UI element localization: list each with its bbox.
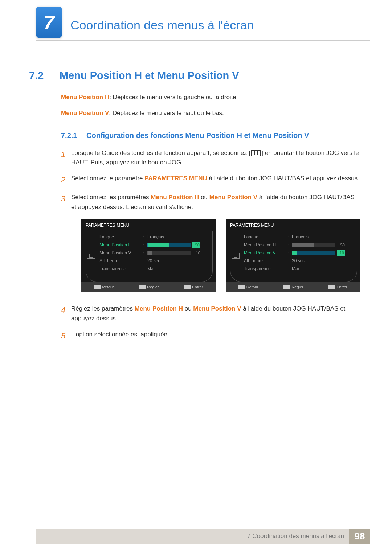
adjust-icon [283, 285, 290, 289]
osd-panel-h: PARAMETRES MENU Langue:Français Menu Pos… [81, 219, 216, 292]
osd-title: PARAMETRES MENU [81, 219, 216, 231]
enter-icon [184, 285, 191, 289]
subsection-title: Configuration des fonctions Menu Positio… [86, 131, 309, 140]
osd-arc-right [346, 231, 357, 282]
definition-v-label: Menu Position V [61, 110, 109, 116]
chapter-number: 7 [44, 11, 54, 33]
step-number: 2 [61, 174, 71, 186]
source-icon [232, 253, 240, 259]
step-text: Lorsque le Guide des touches de fonction… [71, 148, 359, 168]
definition-h: Menu Position H: Déplacez le menu vers l… [61, 93, 359, 102]
header-divider [36, 40, 370, 41]
step-number: 3 [61, 193, 71, 297]
steps-list: 1 Lorsque le Guide des touches de foncti… [61, 148, 359, 342]
page-header: 7 Coordination des menus à l'écran [0, 0, 392, 32]
source-icon [87, 253, 95, 259]
chapter-title: Coordination des menus à l'écran [70, 10, 370, 32]
subsection-heading: 7.2.1 Configuration des fonctions Menu P… [61, 131, 359, 140]
step-text: Réglez les paramètres Menu Position H ou… [71, 304, 359, 323]
osd-title: PARAMETRES MENU [226, 219, 360, 231]
step-4: 4 Réglez les paramètres Menu Position H … [61, 304, 359, 323]
definition-v: Menu Position V: Déplacez le menu vers l… [61, 108, 359, 118]
osd-footer: Retour Régler Entrer [226, 282, 360, 292]
back-icon [238, 285, 245, 289]
enter-icon [328, 285, 335, 289]
page-number: 98 [349, 529, 370, 544]
osd-footer: Retour Régler Entrer [81, 282, 216, 292]
section-number: 7.2 [29, 70, 60, 82]
osd-arc-right [202, 231, 213, 282]
step-text: Sélectionnez les paramètres Menu Positio… [71, 193, 360, 297]
osd-screenshots: PARAMETRES MENU Langue:Français Menu Pos… [81, 219, 360, 292]
adjust-icon [139, 285, 146, 289]
section-title: Menu Position H et Menu Position V [60, 70, 239, 82]
step-5: 5 L'option sélectionnée est appliquée. [61, 330, 359, 342]
step-number: 1 [61, 148, 71, 168]
definition-v-text: : Déplacez le menu vers le haut ou le ba… [109, 110, 224, 116]
step-text: L'option sélectionnée est appliquée. [71, 330, 359, 342]
menu-icon [251, 150, 261, 156]
definition-h-text: : Déplacez le menu vers la gauche ou la … [109, 94, 238, 100]
step-text: Sélectionnez le paramètre PARAMETRES MEN… [71, 174, 359, 186]
page-footer: 7 Coordination des menus à l'écran 98 [36, 529, 370, 544]
subsection-number: 7.2.1 [61, 131, 86, 140]
section-heading: 7.2 Menu Position H et Menu Position V [29, 70, 370, 82]
definition-h-label: Menu Position H [61, 94, 109, 100]
step-number: 4 [61, 304, 71, 323]
step-1: 1 Lorsque le Guide des touches de foncti… [61, 148, 359, 168]
chapter-badge: 7 [36, 7, 62, 38]
step-number: 5 [61, 330, 71, 342]
osd-panel-v: PARAMETRES MENU Langue:Français Menu Pos… [226, 219, 360, 292]
footer-title: 7 Coordination des menus à l'écran [247, 533, 349, 540]
step-3: 3 Sélectionnez les paramètres Menu Posit… [61, 193, 359, 297]
step-2: 2 Sélectionnez le paramètre PARAMETRES M… [61, 174, 359, 186]
back-icon [94, 285, 101, 289]
